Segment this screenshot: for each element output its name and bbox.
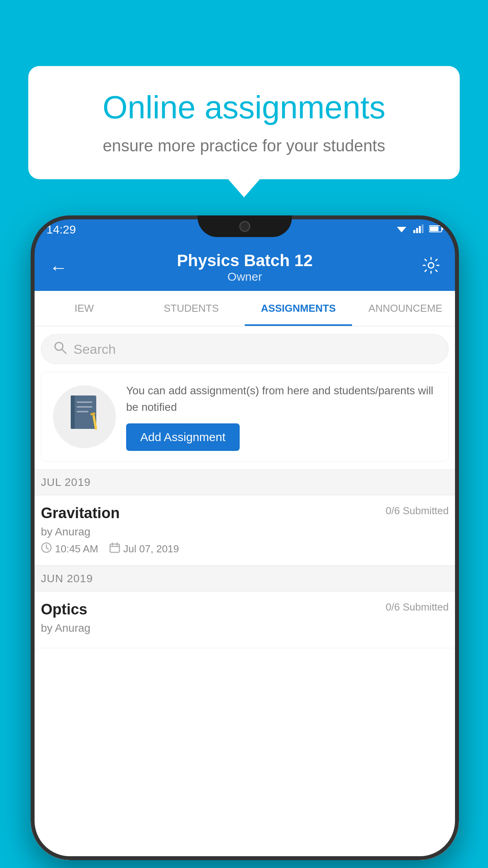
tab-assignments[interactable]: ASSIGNMENTS [245,291,352,326]
svg-rect-8 [430,226,438,231]
assignment-author-gravitation: by Anurag [41,526,449,538]
section-header-jun: JUN 2019 [31,566,459,592]
tab-assignments-label: ASSIGNMENTS [261,302,336,314]
assignment-row1-optics: Optics 0/6 Submitted [41,601,449,618]
speech-bubble-subtitle: ensure more practice for your students [56,134,432,158]
speech-bubble: Online assignments ensure more practice … [28,66,460,179]
wifi-icon [395,224,408,235]
camera [239,221,250,232]
svg-marker-1 [398,228,405,232]
search-icon [53,340,67,358]
assignment-name-optics: Optics [41,601,87,618]
promo-description: You can add assignment(s) from here and … [126,383,437,416]
section-label-jun: JUN 2019 [41,572,93,585]
svg-point-9 [428,263,434,268]
svg-rect-3 [416,228,418,233]
tab-iew-label: IEW [75,302,94,314]
app-bar: ← Physics Batch 12 Owner [31,244,459,291]
tab-announcements[interactable]: ANNOUNCEME [352,291,459,326]
svg-rect-2 [413,230,415,233]
assignment-submitted-gravitation: 0/6 Submitted [386,505,449,517]
calendar-icon [109,542,120,556]
section-label-jul: JUL 2019 [41,476,91,488]
svg-rect-16 [77,411,88,412]
back-button[interactable]: ← [45,257,72,278]
status-icons [395,224,443,235]
phone-content: Search You can add assig [31,326,459,860]
tab-bar: IEW STUDENTS ASSIGNMENTS ANNOUNCEME [31,291,459,326]
svg-line-11 [62,349,66,353]
svg-rect-13 [71,395,75,429]
notch [198,215,292,237]
speech-bubble-title: Online assignments [56,90,432,125]
search-placeholder: Search [73,342,116,357]
add-assignment-button[interactable]: Add Assignment [126,423,240,451]
tab-students-label: STUDENTS [164,302,219,314]
assignment-submitted-optics: 0/6 Submitted [386,601,449,613]
signal-icon [413,224,424,235]
assignment-item-optics[interactable]: Optics 0/6 Submitted by Anurag [31,592,459,648]
tab-students[interactable]: STUDENTS [138,291,245,326]
clock-icon [41,542,52,556]
settings-button[interactable] [417,256,445,279]
assignment-name-gravitation: Gravitation [41,505,120,522]
phone-frame: 14:29 ← Physics Batch 12 Owner [31,215,459,860]
search-bar[interactable]: Search [41,334,449,364]
promo-card: You can add assignment(s) from here and … [41,372,449,462]
assignment-date-label: Jul 07, 2019 [123,543,179,555]
assignment-row1: Gravitation 0/6 Submitted [41,505,449,522]
svg-line-21 [46,548,48,549]
app-bar-center: Physics Batch 12 Owner [177,251,313,283]
svg-rect-15 [77,406,92,408]
tab-announcements-label: ANNOUNCEME [369,302,442,314]
svg-rect-7 [442,228,443,230]
speech-bubble-container: Online assignments ensure more practice … [28,66,460,179]
svg-rect-22 [110,544,119,552]
tab-iew[interactable]: IEW [31,291,138,326]
promo-text-area: You can add assignment(s) from here and … [126,383,437,451]
app-bar-subtitle: Owner [177,270,313,283]
battery-icon [429,225,443,234]
assignment-time-label: 10:45 AM [55,543,98,555]
section-header-jul: JUL 2019 [31,469,459,495]
status-time: 14:29 [46,223,76,236]
assignment-meta-gravitation: 10:45 AM Jul 07, 2019 [41,542,449,556]
assignment-date-gravitation: Jul 07, 2019 [109,542,179,556]
assignment-item-gravitation[interactable]: Gravitation 0/6 Submitted by Anurag 10:4… [31,495,459,566]
assignment-author-optics: by Anurag [41,622,449,634]
assignment-time-gravitation: 10:45 AM [41,542,98,556]
promo-icon-circle [53,385,116,448]
svg-rect-14 [77,401,92,403]
svg-rect-4 [419,226,421,233]
notebook-icon [67,394,102,440]
svg-rect-5 [422,224,424,233]
app-bar-title: Physics Batch 12 [177,251,313,270]
